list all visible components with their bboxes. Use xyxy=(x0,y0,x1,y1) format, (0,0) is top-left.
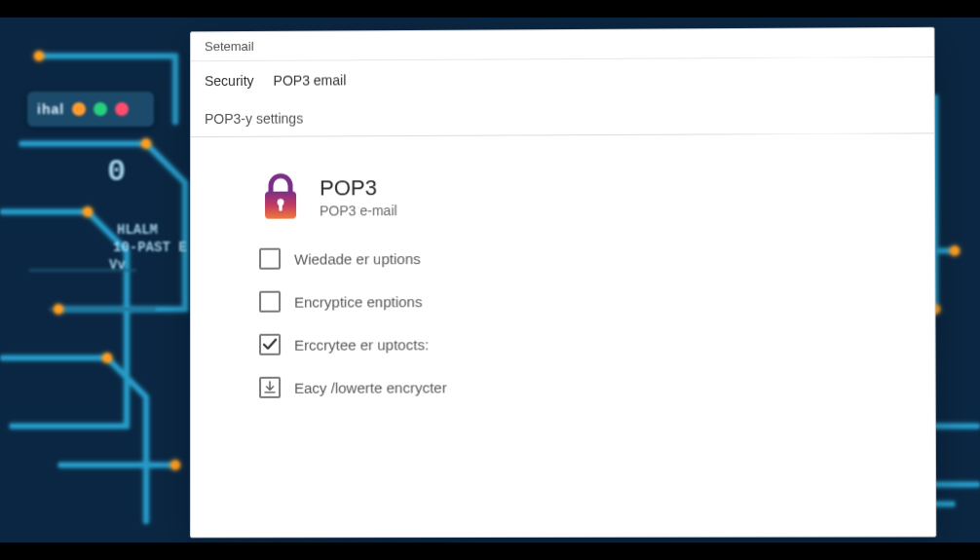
option-row-1: Encryptice enptions xyxy=(259,289,895,313)
svg-point-6 xyxy=(34,52,44,61)
tab-security[interactable]: Security xyxy=(205,73,254,89)
window-title: Setemail xyxy=(205,39,254,54)
option-row-3: Eacy /lowerte encrycter xyxy=(259,375,895,398)
desktop-widget-badge: ihal xyxy=(27,92,154,127)
settings-window: Setemail Security POP3 email POP3-y sett… xyxy=(190,27,936,539)
svg-point-3 xyxy=(102,354,112,363)
status-dot-2 xyxy=(94,102,107,116)
status-dot-3 xyxy=(115,102,129,116)
svg-rect-20 xyxy=(279,204,282,211)
option-row-0: Wiedade er uptions xyxy=(259,245,895,270)
desktop-mono-1: HLALM xyxy=(117,222,158,238)
checkbox-erccrytee[interactable] xyxy=(259,334,281,355)
hero-title: POP3 xyxy=(320,175,397,201)
hero-subtitle: POP3 e-mail xyxy=(320,203,397,218)
option-label-3: Eacy /lowerte encrycter xyxy=(294,379,446,395)
svg-point-9 xyxy=(950,246,960,256)
page-subheader: POP3-y settings xyxy=(191,96,934,137)
svg-point-2 xyxy=(141,139,151,149)
checkbox-wiedade[interactable] xyxy=(259,248,281,270)
desktop-mono-0: 0 xyxy=(107,154,126,190)
desktop-mono-2: 10-PAST E xyxy=(113,240,187,255)
svg-point-1 xyxy=(54,305,63,315)
desktop-mono-3: Vv xyxy=(109,257,126,273)
lock-icon xyxy=(259,172,302,223)
tab-bar: Security POP3 email xyxy=(191,57,934,100)
desktop-background: ihal 0 HLALM 10-PAST E Vv Setemail Secur… xyxy=(0,18,980,542)
option-label-0: Wiedade er uptions xyxy=(294,250,421,268)
window-titlebar[interactable]: Setemail xyxy=(191,28,934,61)
download-icon[interactable] xyxy=(259,377,281,398)
hero-row: POP3 POP3 e-mail xyxy=(259,169,895,223)
option-label-1: Encryptice enptions xyxy=(294,293,422,310)
subheader-text: POP3-y settings xyxy=(205,110,303,127)
checkbox-encryptice[interactable] xyxy=(259,291,281,313)
tab-pop3-email[interactable]: POP3 email xyxy=(274,72,347,88)
option-row-2: Erccrytee er uptocts: xyxy=(259,332,895,355)
option-label-2: Erccrytee er uptocts: xyxy=(294,336,429,353)
svg-point-4 xyxy=(83,207,93,217)
svg-point-5 xyxy=(170,461,180,470)
status-dot-1 xyxy=(72,102,86,116)
badge-label: ihal xyxy=(37,101,64,117)
